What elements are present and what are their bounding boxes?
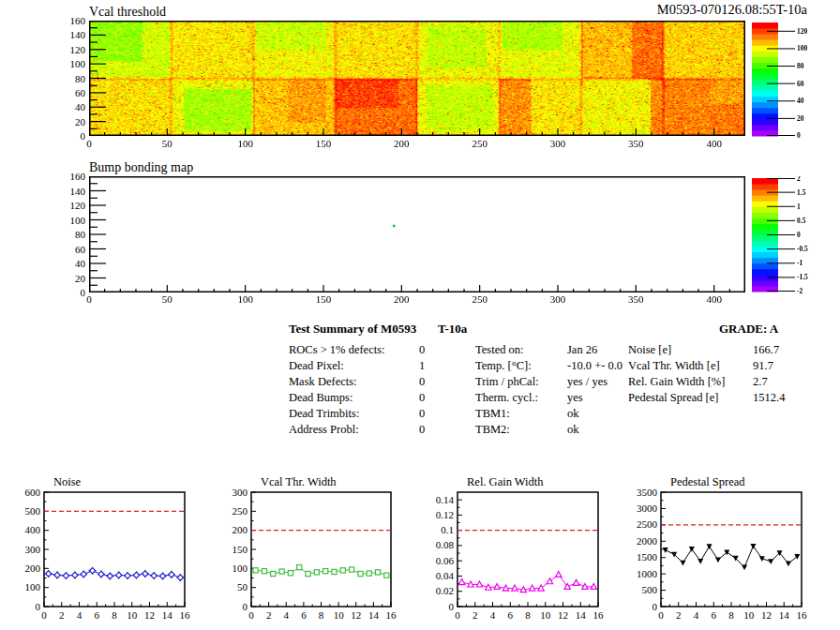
summary-row-value: 91.7 xyxy=(753,359,773,373)
x-axis-tick-label: 4 xyxy=(284,609,290,621)
x-axis-tick-label: 16 xyxy=(386,609,398,621)
trend-chart-title: Rel. Gain Width xyxy=(467,475,544,488)
trend-chart-vcal-thr-width: Vcal Thr. Width0246810121416050100150200… xyxy=(211,469,427,630)
x-axis-tick-label: 16 xyxy=(180,609,191,621)
x-axis-tick-label: 2 xyxy=(59,609,65,621)
data-point-marker xyxy=(288,571,292,576)
x-axis-tick-label: 200 xyxy=(387,138,415,149)
y-axis-tick-label: 600 xyxy=(25,487,41,498)
data-point-marker xyxy=(142,571,148,577)
y-axis-tick-label: 2500 xyxy=(637,518,658,530)
data-point-marker xyxy=(98,571,104,577)
data-point-marker xyxy=(115,572,121,578)
x-axis-tick-label: 8 xyxy=(112,609,117,621)
summary-row-label: Vcal Thr. Width [e] xyxy=(628,359,720,373)
summary-row-label: Therm. cycl.: xyxy=(475,391,538,405)
trend-chart-title: Noise xyxy=(53,475,82,488)
summary-row-value: 0 xyxy=(419,423,425,437)
data-point-marker xyxy=(297,565,302,570)
y-axis-tick-label: 50 xyxy=(237,581,248,592)
y-axis-tick-label: 140 xyxy=(52,29,85,40)
trend-chart-title: Vcal Thr. Width xyxy=(261,475,337,488)
x-axis-tick-label: 200 xyxy=(387,293,415,305)
summary-row-value: yes / yes xyxy=(567,375,608,389)
data-point-marker xyxy=(169,572,174,578)
x-axis-tick-label: 0 xyxy=(41,609,47,621)
y-axis-tick-label: 0 xyxy=(36,601,41,612)
data-point-marker xyxy=(742,565,747,571)
x-axis-tick-label: 8 xyxy=(728,609,734,621)
x-axis-tick-label: 2 xyxy=(472,609,478,621)
y-axis-tick-label: 60 xyxy=(52,87,85,98)
y-axis-tick-label: 1000 xyxy=(637,568,658,579)
data-point-marker xyxy=(54,572,60,578)
data-point-marker xyxy=(45,571,51,577)
trend-chart-rel-gain-width: Rel. Gain Width024681012141600.020.040.0… xyxy=(422,469,638,630)
y-axis-tick-label: 0 xyxy=(652,601,658,612)
summary-row-label: TBM2: xyxy=(475,423,510,437)
summary-row-value: 1512.4 xyxy=(753,391,785,405)
y-axis-tick-label: 500 xyxy=(25,505,41,517)
data-point-marker xyxy=(107,573,112,578)
data-point-marker xyxy=(458,579,464,585)
data-point-marker xyxy=(133,572,139,578)
y-axis-tick-label: 100 xyxy=(52,58,85,69)
x-axis-tick-label: 300 xyxy=(544,138,572,149)
y-axis-tick-label: 0 xyxy=(243,601,248,612)
x-axis-tick-label: 10 xyxy=(743,609,755,621)
vcal-threshold-heatmap xyxy=(89,21,745,136)
summary-row-label: Rel. Gain Width [%] xyxy=(628,375,725,389)
x-axis-tick-label: 12 xyxy=(144,609,155,621)
y-axis-tick-label: 400 xyxy=(25,524,41,535)
x-axis-tick-label: 2 xyxy=(676,609,682,621)
y-axis-tick-label: 100 xyxy=(232,562,248,574)
summary-row-value: 0 xyxy=(419,343,425,357)
summary-row-value: yes xyxy=(567,391,583,405)
data-point-marker xyxy=(384,573,389,578)
x-axis-tick-label: 50 xyxy=(153,138,181,149)
summary-title: Test Summary of M0593 xyxy=(289,322,416,337)
x-axis-tick-label: 0 xyxy=(455,609,460,621)
summary-conditions-column: Tested on:Jan 26Temp. [°C]:-10.0 +- 0.0T… xyxy=(475,343,625,442)
data-point-marker xyxy=(547,578,552,584)
bump-bonding-map xyxy=(89,176,745,292)
x-axis-tick-label: 400 xyxy=(700,138,728,149)
summary-row-value: ok xyxy=(567,407,579,421)
data-point-marker xyxy=(698,559,703,564)
summary-row-label: Address Probl: xyxy=(289,423,359,437)
y-axis-tick-label: 300 xyxy=(25,544,41,555)
data-point-marker xyxy=(529,585,534,591)
x-axis-tick-label: 300 xyxy=(544,293,572,305)
data-point-marker xyxy=(89,568,95,574)
y-axis-tick-label: 60 xyxy=(52,244,85,255)
y-axis-tick-label: 0.04 xyxy=(436,570,455,581)
vcal-threshold-title: Vcal threshold xyxy=(89,5,166,20)
data-point-marker xyxy=(582,583,588,589)
x-axis-tick-label: 14 xyxy=(368,609,380,621)
x-axis-tick-label: 8 xyxy=(525,609,531,621)
x-axis-tick-label: 0 xyxy=(658,609,664,621)
summary-row-label: Dead Pixel: xyxy=(289,359,344,373)
x-axis-tick-label: 6 xyxy=(508,609,514,621)
y-axis-tick-label: 100 xyxy=(52,215,85,226)
x-axis-tick-label: 400 xyxy=(700,293,728,305)
data-point-marker xyxy=(358,571,363,576)
y-axis-tick-label: 40 xyxy=(52,258,85,269)
data-point-marker xyxy=(786,561,791,566)
y-axis-tick-label: 0.02 xyxy=(436,585,454,596)
data-point-marker xyxy=(63,573,68,578)
y-axis-tick-label: 40 xyxy=(52,101,85,112)
data-point-marker xyxy=(663,548,668,553)
y-axis-tick-label: 0.06 xyxy=(436,555,455,566)
y-axis-tick-label: 160 xyxy=(52,15,85,26)
summary-subtitle: T-10a xyxy=(438,322,467,337)
summary-row-label: Dead Trimbits: xyxy=(289,407,359,421)
y-axis-tick-label: 120 xyxy=(52,200,85,211)
x-axis-tick-label: 100 xyxy=(232,293,260,305)
data-point-marker xyxy=(520,587,526,592)
x-axis-tick-label: 12 xyxy=(351,609,361,621)
data-point-marker xyxy=(262,569,266,574)
y-axis-tick-label: 20 xyxy=(52,116,85,128)
summary-row-value: Jan 26 xyxy=(567,343,597,357)
data-point-marker xyxy=(177,575,183,580)
